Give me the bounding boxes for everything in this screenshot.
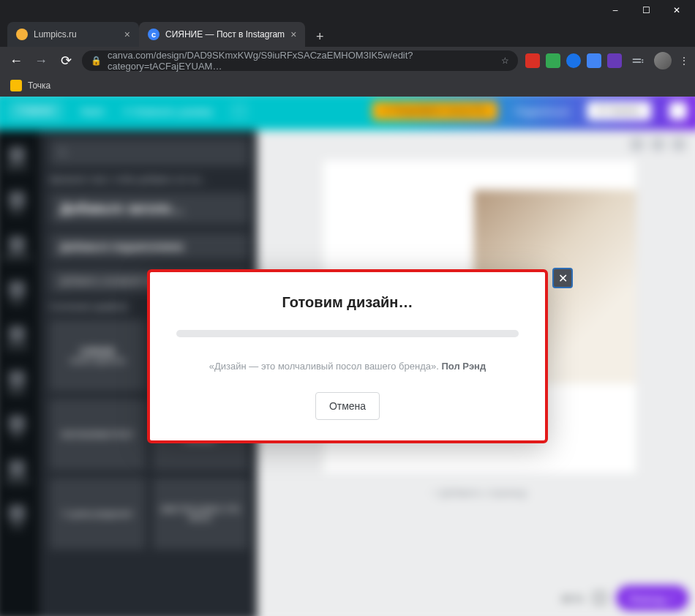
bookmark-folder-icon (10, 80, 22, 91)
tab-close-icon[interactable]: × (290, 29, 296, 40)
browser-window: – ☐ ✕ Lumpics.ru × c СИЯНИЕ — Пост в Ins… (0, 0, 695, 616)
lock-icon: 🔒 (91, 56, 102, 66)
address-bar[interactable]: 🔒 canva.com/design/DAD9SKmxKWg/S9iuRFxSA… (82, 50, 518, 71)
extension-icon[interactable] (587, 53, 601, 68)
page-content: Главная Файл ✦ Изменить размер ✦ Попробу… (0, 97, 695, 616)
reload-button[interactable]: ⟳ (57, 53, 75, 69)
window-title-bar: – ☐ ✕ (0, 0, 695, 20)
progress-bar (176, 330, 519, 337)
modal-title: Готовим дизайн… (176, 294, 519, 311)
tab-strip: Lumpics.ru × c СИЯНИЕ — Пост в Instagram… (0, 20, 695, 47)
window-maximize[interactable]: ☐ (631, 1, 661, 20)
browser-tab-canva[interactable]: c СИЯНИЕ — Пост в Instagram × (139, 22, 305, 47)
window-minimize[interactable]: – (600, 1, 631, 20)
tab-title: Lumpics.ru (34, 29, 77, 40)
kebab-menu-icon[interactable]: ⋮ (679, 55, 688, 67)
window-close[interactable]: ✕ (661, 1, 692, 20)
modal-close-button[interactable]: ✕ (552, 268, 573, 288)
bookmark-item[interactable]: Точка (28, 80, 50, 91)
extension-icon[interactable] (546, 53, 560, 68)
browser-tab-lumpics[interactable]: Lumpics.ru × (7, 22, 139, 47)
preparing-design-modal: Готовим дизайн… «Дизайн — это молчаливый… (147, 269, 548, 443)
favicon-icon (16, 29, 28, 40)
back-button[interactable]: ← (7, 53, 25, 69)
extension-icon[interactable] (525, 53, 540, 68)
forward-button[interactable]: → (32, 53, 50, 69)
new-tab-button[interactable]: + (309, 26, 330, 47)
url-text: canva.com/design/DAD9SKmxKWg/S9iuRFxSACz… (108, 50, 495, 72)
extension-icon[interactable] (566, 53, 581, 68)
favicon-icon: c (148, 29, 159, 40)
extensions (525, 53, 622, 68)
modal-overlay: Готовим дизайн… «Дизайн — это молчаливый… (0, 97, 695, 616)
tab-close-icon[interactable]: × (124, 29, 130, 40)
browser-toolbar: ← → ⟳ 🔒 canva.com/design/DAD9SKmxKWg/S9i… (0, 47, 695, 75)
modal-quote: «Дизайн — это молчаливый посол вашего бр… (176, 361, 519, 372)
star-icon[interactable]: ☆ (501, 56, 509, 66)
reading-list-icon[interactable]: ≕ (629, 53, 647, 69)
bookmarks-bar: Точка (0, 75, 695, 97)
cancel-button[interactable]: Отмена (315, 392, 380, 420)
tab-title: СИЯНИЕ — Пост в Instagram (165, 29, 285, 40)
extension-icon[interactable] (607, 53, 622, 68)
profile-avatar[interactable] (654, 52, 672, 70)
